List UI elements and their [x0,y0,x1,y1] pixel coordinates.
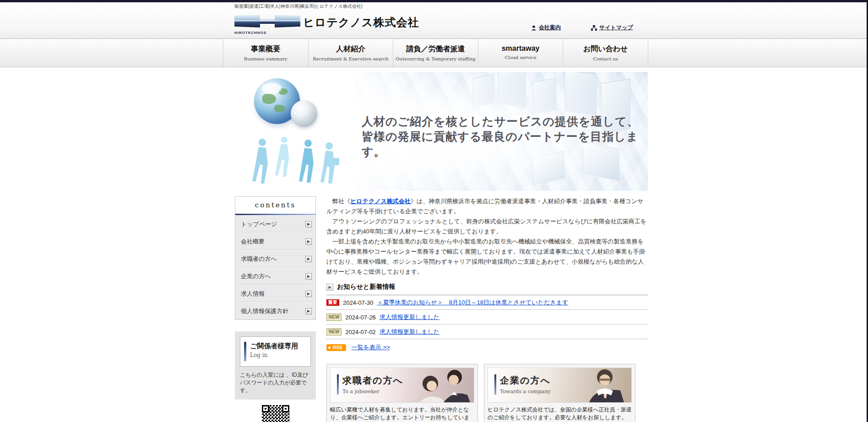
nav-item-outsourcing[interactable]: 請負／労働者派遣 Outsourcing & Temporary staffin… [393,39,478,67]
arrow-right-icon: ▶ [305,221,312,227]
rss-icon[interactable]: RSS [326,344,346,351]
news-row: NEW 2024-07-02 求人情報更新しました [326,325,648,339]
sidebar-item-companies[interactable]: 企業の方へ ▶ [235,267,315,285]
company-name: ヒロテクノス株式会社 [303,15,419,30]
nav-label: お問い合わせ [563,44,648,54]
banner-subtitle: To a jobseeker [342,389,403,395]
banner-title: 企業の方へ [500,374,551,387]
nav-label: 事業概要 [223,44,308,54]
nav-item-smartaway[interactable]: smartaway Cloud service [478,39,563,67]
news-date: 2024-07-02 [345,329,376,335]
glass-globe-icon [291,100,317,127]
nav-item-contact[interactable]: お問い合わせ Contact us [563,39,648,67]
sidebar-item-label: 求人情報 [241,290,265,297]
sidebar-item-privacy-policy[interactable]: 個人情報保護方針 ▶ [235,302,315,319]
sidebar-item-label: 個人情報保護方針 [241,308,288,314]
sidebar-item-job-info[interactable]: 求人情報 ▶ [235,285,315,302]
logo-h-mark [234,14,300,28]
global-nav-items: 事業概要 Business summary 人材紹介 Recruitment &… [223,39,648,67]
intro-paragraph-3: 一部上場を含めた大手製造業のお取引先から中小製造業のお取引先へ機械組立や機械保全… [326,237,648,277]
sidebar-item-label: トップページ [241,221,277,227]
company-guide-link[interactable]: 会社案内 [531,24,561,32]
arrow-right-icon: ▶ [305,273,312,280]
main-content: 弊社《ヒロテクノス株式会社》は、神奈川県横浜市を拠点に労働者派遣事業・人材紹介事… [326,196,648,422]
login-title: ご関係者様専用 [250,342,298,351]
sidebar-item-company-overview[interactable]: 会社概要 ▶ [235,233,315,250]
globe-continent [262,94,276,104]
nav-label: 人材紹介 [309,44,393,54]
hero-banner: 人材のご紹介を核としたサービスの提供を通して、 皆様の発展に貢献する最良のパート… [235,72,648,191]
jobseeker-photo: 求職者の方へ To a jobseeker [330,368,474,403]
login-note: こちらの入室には 、ID及びパスワードの入力が必要です。 [240,371,311,395]
news-date: 2024-07-26 [345,314,376,321]
logo-wordmark: HIROTECHNOS [234,31,303,35]
jobseeker-people-image [405,368,474,402]
globe-continent [279,88,288,95]
news-row: 重要 2024-07-30 ＜夏季休業のお知らせ＞ 8月10日～18日は休業とさ… [326,295,648,310]
related-parties-panel: ご関係者様専用 Log in こちらの入室には 、ID及びパスワードの入力が必要… [235,331,316,400]
news-link[interactable]: 求人情報更新しました [380,328,439,336]
nav-item-business-summary[interactable]: 事業概要 Business summary [223,39,308,67]
company-guide-label: 会社案内 [539,24,561,32]
nav-label: 請負／労働者派遣 [393,44,478,54]
arrow-right-icon: ▶ [305,308,312,314]
login-button[interactable]: ご関係者様専用 Log in [240,336,311,367]
arrow-right-icon: ▶ [305,256,312,262]
nav-sublabel: Outsourcing & Temporary staffing [393,56,478,61]
company-banner[interactable]: 企業の方へ Towards a company ヒロテクノス株式会社では、全国の… [484,364,635,422]
sidebar-item-jobseekers[interactable]: 求職者の方へ ▶ [235,250,315,267]
nav-item-recruitment[interactable]: 人材紹介 Recruitment & Executive search [308,39,393,67]
sidebar-item-top-page[interactable]: トップページ ▶ [235,215,315,233]
header-links: 会社案内 サイトマップ [531,24,633,32]
intro-paragraph-2: アウトソーシングのプロフェッショナルとして、前身の株式会社広栄システムサービスな… [326,216,648,237]
sidebar-item-label: 求職者の方へ [241,255,277,262]
jobseeker-banner[interactable]: 求職者の方へ To a jobseeker 幅広い業種で人材を募集しております。… [326,364,478,422]
company-intro: 弊社《ヒロテクノス株式会社》は、神奈川県横浜市を拠点に労働者派遣事業・人材紹介事… [326,196,648,277]
accent-bar [337,374,339,395]
company-logo[interactable]: HIROTECHNOS [234,14,303,35]
sitemap-link[interactable]: サイトマップ [591,24,633,32]
company-name-link[interactable]: ヒロテクノス株式会社 [350,198,411,205]
contents-title: contents [235,197,315,214]
new-badge: NEW [326,314,342,321]
news-heading: お知らせと新着情報 [337,283,395,291]
new-badge: NEW [326,328,342,335]
nav-sublabel: Contact us [563,56,648,61]
qr-finder [262,405,269,412]
banner-row: 求職者の方へ To a jobseeker 幅広い業種で人材を募集しております。… [326,364,648,422]
global-nav: 事業概要 Business summary 人材紹介 Recruitment &… [0,38,868,67]
banner-title: 求職者の方へ [342,374,403,387]
sitemap-label: サイトマップ [599,24,633,32]
intro-text: 弊社《 [326,198,350,205]
company-photo: 企業の方へ Towards a company [488,368,632,403]
rss-row: RSS 一覧を表示 >> [326,343,648,352]
qr-finder [282,405,289,412]
sitemap-icon [591,25,597,31]
page: 製造業|派遣|工場|求人|神奈川県|横浜市|ヒロテクノス株式会社| HIROTE… [0,0,868,422]
arrow-right-icon: ▶ [326,284,333,291]
banner-description: 幅広い業種で人材を募集しております。当社が仲介となり、企業様へご紹介します。エン… [330,406,474,422]
news-list-link[interactable]: 一覧を表示 >> [352,343,390,352]
hero-line-1: 人材のご紹介を核としたサービスの提供を通して、 [362,114,648,129]
accent-bar [494,374,496,395]
sidebar: contents トップページ ▶ 会社概要 ▶ 求職者の方へ ▶ 企業の方へ … [235,196,316,422]
intro-paragraph-1: 弊社《ヒロテクノス株式会社》は、神奈川県横浜市を拠点に労働者派遣事業・人材紹介事… [326,196,648,216]
banner-title-block: 企業の方へ Towards a company [494,374,551,395]
nav-label: smartaway [478,44,563,53]
hero-line-2: 皆様の発展に貢献する最良のパートナーを目指します。 [362,129,648,159]
news-link[interactable]: 求人情報更新しました [380,313,439,321]
nav-sublabel: Business summary [223,56,308,61]
arrow-right-icon: ▶ [305,238,312,245]
banner-title-block: 求職者の方へ To a jobseeker [337,374,403,395]
banner-subtitle: Towards a company [500,389,551,395]
accent-bar [244,342,246,361]
news-date: 2024-07-30 [343,299,374,306]
arrow-right-icon: ▶ [305,291,312,297]
news-link[interactable]: ＜夏季休業のお知らせ＞ 8月10日～18日は休業とさせていただきます [377,298,569,307]
sidebar-item-label: 企業の方へ [241,273,271,280]
globe-continent [274,105,285,112]
contents-menu: contents トップページ ▶ 会社概要 ▶ 求職者の方へ ▶ 企業の方へ … [235,196,316,320]
nav-sublabel: Recruitment & Executive search [309,56,393,61]
news-section-header: ▶ お知らせと新着情報 [326,283,648,295]
sidebar-item-label: 会社概要 [241,238,265,245]
